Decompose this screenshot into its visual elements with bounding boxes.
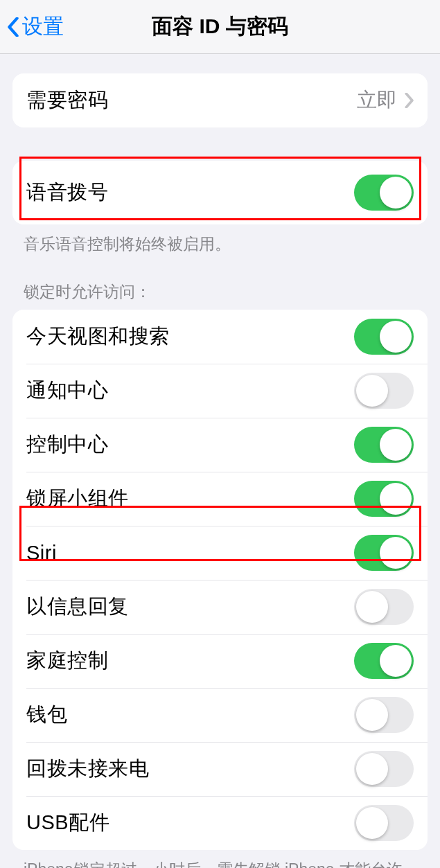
- locked-access-row: Siri: [12, 526, 428, 580]
- locked-access-toggle[interactable]: [354, 535, 414, 571]
- voice-dial-label: 语音拨号: [26, 179, 108, 206]
- back-button[interactable]: 设置: [7, 12, 64, 41]
- locked-access-label: 家庭控制: [26, 647, 108, 675]
- locked-access-label: USB配件: [26, 809, 109, 837]
- locked-access-toggle[interactable]: [354, 427, 414, 463]
- locked-access-label: 回拨未接来电: [26, 755, 149, 783]
- locked-access-toggle[interactable]: [354, 481, 414, 517]
- locked-access-toggle[interactable]: [354, 697, 414, 733]
- locked-access-row: 回拨未接来电: [12, 742, 428, 796]
- chevron-right-icon: [404, 93, 414, 108]
- locked-access-label: 钱包: [26, 701, 67, 729]
- locked-access-footer: iPhone锁定超过一小时后，需先解锁 iPhone 才能允许USB配件连接。: [0, 850, 440, 868]
- locked-access-toggle[interactable]: [354, 805, 414, 841]
- locked-access-label: 以信息回复: [26, 593, 129, 621]
- voice-dial-row: 语音拨号: [12, 161, 428, 224]
- locked-access-toggle[interactable]: [354, 589, 414, 625]
- content: 需要密码 立即 语音拨号 音乐语音控制将始终被启用。 锁定时允许访问： 今天视图…: [0, 73, 440, 868]
- voice-dial-group: 语音拨号: [12, 161, 428, 224]
- require-passcode-row[interactable]: 需要密码 立即: [12, 73, 428, 127]
- locked-access-row: 锁屏小组件: [12, 472, 428, 526]
- locked-access-label: 通知中心: [26, 377, 108, 405]
- require-passcode-value: 立即: [357, 87, 397, 114]
- locked-access-label: 今天视图和搜索: [26, 323, 170, 351]
- row-right: 立即: [357, 87, 414, 114]
- locked-access-header: 锁定时允许访问：: [0, 281, 440, 310]
- locked-access-row: 控制中心: [12, 418, 428, 472]
- locked-access-row: USB配件: [12, 796, 428, 850]
- locked-access-row: 家庭控制: [12, 634, 428, 688]
- locked-access-toggle[interactable]: [354, 319, 414, 355]
- locked-access-toggle[interactable]: [354, 373, 414, 409]
- back-label: 设置: [22, 12, 64, 41]
- page-title: 面容 ID 与密码: [152, 12, 288, 41]
- locked-access-row: 今天视图和搜索: [12, 310, 428, 364]
- passcode-group: 需要密码 立即: [12, 73, 428, 127]
- locked-access-label: 控制中心: [26, 431, 108, 459]
- voice-dial-footer: 音乐语音控制将始终被启用。: [0, 224, 440, 255]
- require-passcode-label: 需要密码: [26, 87, 108, 114]
- locked-access-group: 今天视图和搜索通知中心控制中心锁屏小组件Siri以信息回复家庭控制钱包回拨未接来…: [12, 310, 428, 850]
- locked-access-label: 锁屏小组件: [26, 485, 129, 513]
- locked-access-row: 以信息回复: [12, 580, 428, 634]
- locked-access-toggle[interactable]: [354, 643, 414, 679]
- voice-dial-toggle[interactable]: [354, 175, 414, 211]
- locked-access-row: 钱包: [12, 688, 428, 742]
- locked-access-label: Siri: [26, 542, 57, 565]
- chevron-left-icon: [7, 17, 19, 37]
- locked-access-row: 通知中心: [12, 364, 428, 418]
- nav-bar: 设置 面容 ID 与密码: [0, 0, 440, 54]
- locked-access-toggle[interactable]: [354, 751, 414, 787]
